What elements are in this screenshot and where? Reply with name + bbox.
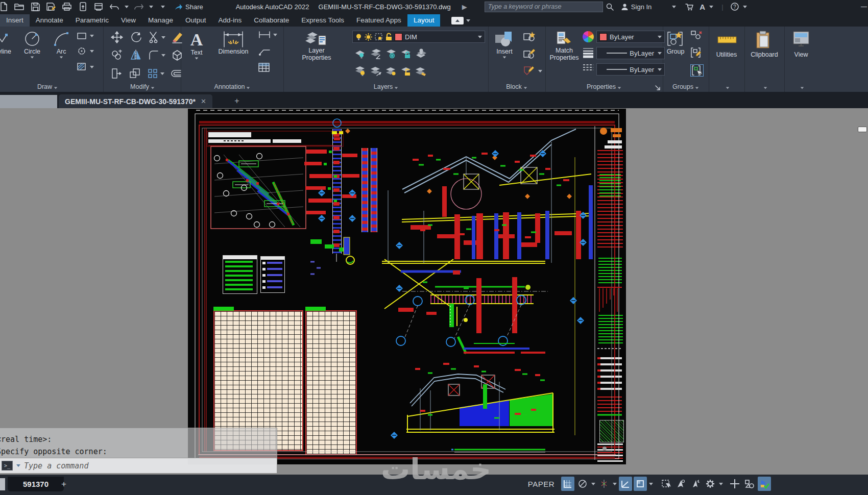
undo-icon[interactable]: [109, 2, 120, 12]
layer-isolate-icon[interactable]: [370, 48, 383, 59]
autodesk-apps-icon[interactable]: A: [700, 3, 705, 11]
panel-label-annotation[interactable]: Annotation: [181, 83, 283, 90]
panel-utilities[interactable]: Utilities: [709, 27, 745, 92]
search-icon[interactable]: [606, 3, 614, 11]
share-button[interactable]: Share: [175, 3, 203, 11]
table-tool[interactable]: [258, 62, 270, 72]
layer-on-all-icon[interactable]: [354, 65, 368, 77]
snap-mode-icon[interactable]: [597, 477, 611, 491]
match-properties-button[interactable]: Match Properties: [548, 31, 580, 61]
layer-combo-dropdown-icon[interactable]: [478, 36, 482, 38]
save-as-icon[interactable]: [45, 2, 57, 12]
panel-label-groups[interactable]: Groups: [663, 83, 709, 90]
ribbon-display-button[interactable]: [451, 17, 464, 24]
tab-express-tools[interactable]: Express Tools: [295, 14, 350, 27]
utilities-expand-icon[interactable]: [726, 87, 729, 89]
new-drawing-tab-button[interactable]: +: [231, 96, 243, 106]
layer-lock-icon[interactable]: [400, 48, 413, 59]
open-folder-icon[interactable]: [14, 2, 25, 12]
move-icon[interactable]: [110, 31, 124, 44]
mirror-icon[interactable]: [130, 49, 142, 61]
search-input[interactable]: Type a keyword or phrase: [485, 2, 603, 12]
layer-unlock-all-icon[interactable]: [400, 65, 413, 77]
ribbon-display-dropdown-icon[interactable]: [466, 19, 470, 22]
isodraft-icon[interactable]: [576, 477, 589, 491]
panel-label-modify[interactable]: Modify: [104, 83, 181, 90]
tab-collaborate[interactable]: Collaborate: [248, 14, 295, 27]
group-selection-toggle-icon[interactable]: [690, 64, 704, 77]
help-icon[interactable]: ?: [731, 3, 739, 11]
stretch-icon[interactable]: [110, 67, 123, 80]
settings-gear-icon[interactable]: [704, 477, 717, 491]
tab-view[interactable]: View: [115, 14, 142, 27]
undo-dropdown-icon[interactable]: [125, 6, 129, 8]
layer-off-icon[interactable]: [354, 48, 368, 59]
recent-commands-icon[interactable]: [16, 464, 20, 467]
layout-tab-591370[interactable]: 591370: [8, 477, 64, 491]
group-button[interactable]: Group: [664, 31, 687, 55]
lineweight-combo[interactable]: ByLayer: [596, 47, 665, 59]
redo-dropdown-icon[interactable]: [149, 6, 153, 8]
object-color-combo[interactable]: ByLayer: [596, 31, 665, 43]
web-mobile-icon[interactable]: [77, 2, 88, 12]
snap-dropdown-icon[interactable]: [613, 483, 617, 485]
insert-block-button[interactable]: Insert: [490, 31, 519, 59]
layer-state-icon[interactable]: [415, 65, 428, 77]
paper-space-toggle[interactable]: PAPER: [528, 480, 554, 488]
qat-customize-icon[interactable]: [161, 6, 165, 8]
view-expand-icon[interactable]: [800, 87, 803, 89]
panel-clipboard[interactable]: Clipboard: [744, 27, 785, 92]
osnap-tracking-icon[interactable]: [674, 477, 687, 491]
dimension-linear-tool[interactable]: [258, 31, 277, 39]
panel-view[interactable]: View: [784, 27, 868, 92]
sign-in-button[interactable]: Sign In: [621, 3, 652, 11]
polar-tracking-icon[interactable]: [634, 477, 647, 491]
apps-dropdown-icon[interactable]: [709, 6, 713, 8]
layer-match-icon[interactable]: [370, 65, 383, 77]
save-icon[interactable]: [30, 2, 41, 12]
grid-toggle-icon[interactable]: [561, 477, 574, 491]
fillet-icon[interactable]: [148, 50, 159, 61]
fillet-dropdown-icon[interactable]: [161, 54, 165, 57]
array-dropdown-icon[interactable]: [160, 72, 164, 75]
model-tab-stub[interactable]: [0, 478, 5, 490]
create-block-icon[interactable]: [523, 31, 536, 42]
search-expand-icon[interactable]: ▶: [462, 3, 467, 11]
tab-add-ins[interactable]: Add-ins: [212, 14, 248, 27]
tab-output[interactable]: Output: [179, 14, 212, 27]
panel-label-block[interactable]: Block: [488, 83, 545, 90]
minimize-button[interactable]: —: [861, 3, 867, 10]
ellipse-tool[interactable]: [77, 47, 94, 55]
arc-button[interactable]: Arc: [49, 31, 74, 59]
edit-block-icon[interactable]: [523, 48, 536, 59]
tab-annotate[interactable]: Annotate: [30, 14, 69, 27]
selection-cycling-icon[interactable]: [659, 477, 672, 491]
new-layout-button[interactable]: +: [57, 479, 70, 490]
close-tab-icon[interactable]: ✕: [201, 97, 206, 105]
scale-icon[interactable]: [129, 67, 141, 80]
text-button[interactable]: A Text: [183, 31, 210, 60]
drawing-file-tab[interactable]: GEMIII-MU-ST-RF-CB-DWG-30-591370* ✕: [59, 94, 212, 108]
block-attributes-icon[interactable]: [523, 65, 542, 77]
new-file-icon[interactable]: [0, 2, 9, 12]
redo-icon[interactable]: [133, 2, 144, 12]
annotation-scale-icon[interactable]: [743, 477, 756, 491]
circle-button[interactable]: Circle: [18, 31, 46, 59]
plot-icon[interactable]: [61, 2, 73, 12]
trim-dropdown-icon[interactable]: [161, 36, 165, 39]
navbar-collapsed-button[interactable]: [858, 127, 867, 132]
polar-dropdown-icon[interactable]: [649, 483, 653, 485]
linetype-combo[interactable]: ByLayer: [596, 63, 665, 76]
rectangle-tool[interactable]: [77, 32, 94, 40]
plot-preview-icon[interactable]: [93, 2, 104, 12]
ungroup-icon[interactable]: [690, 30, 703, 41]
isodraft-dropdown-icon[interactable]: [591, 483, 595, 485]
edit-group-icon[interactable]: [690, 47, 703, 58]
tab-featured-apps[interactable]: Featured Apps: [350, 14, 407, 27]
tab-insert[interactable]: Insert: [0, 14, 30, 27]
array-icon[interactable]: [147, 68, 158, 79]
leader-tool[interactable]: [258, 47, 271, 56]
clipboard-expand-icon[interactable]: [763, 87, 766, 89]
layer-prev-icon[interactable]: [385, 65, 398, 77]
copy-icon[interactable]: [110, 49, 124, 61]
